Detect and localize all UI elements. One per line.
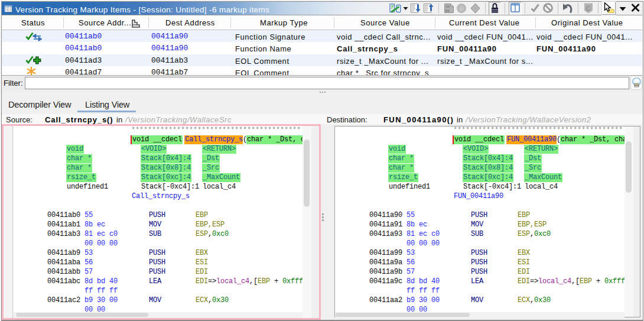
svg-text:01: 01 — [445, 9, 450, 13]
svg-text:C: C — [586, 5, 590, 12]
